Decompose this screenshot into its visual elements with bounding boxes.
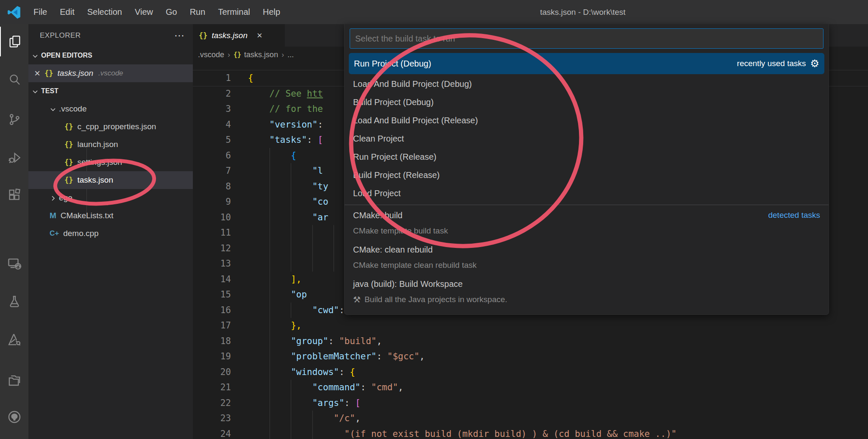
testing-icon[interactable]	[0, 287, 28, 317]
project-manager-icon[interactable]	[0, 365, 28, 395]
explorer-title: EXPLORER	[40, 31, 81, 40]
quickpick-group-detected-tasks[interactable]: detected tasks	[768, 211, 820, 220]
quickpick-group-recently-used: recently used tasks	[737, 59, 806, 68]
menu-bar: File Edit Selection View Go Run Terminal…	[27, 0, 287, 24]
search-icon[interactable]	[0, 65, 28, 94]
open-editor-tasks-json[interactable]: × {} tasks.json .vscode	[28, 64, 193, 82]
json-file-icon: {}	[64, 140, 73, 149]
quickpick-item-build-debug[interactable]: Build Project (Debug)	[345, 93, 829, 111]
tree-item-cmakelists[interactable]: M CMakeLists.txt	[28, 207, 193, 225]
quickpick-input-wrap	[345, 24, 829, 52]
explorer-more-actions-icon[interactable]: ⋯	[174, 30, 185, 42]
cmake-file-icon: M	[50, 211, 56, 220]
activity-bar	[0, 24, 28, 439]
quickpick-item-cmake-build[interactable]: CMake: build detected tasks	[345, 207, 829, 224]
menu-run[interactable]: Run	[184, 0, 212, 24]
tree-item-demo-cpp[interactable]: C+ demo.cpp	[28, 225, 193, 242]
window-title: tasks.json - D:\work\test	[540, 0, 626, 24]
tree-item-tasks-json[interactable]: {} tasks.json	[28, 171, 193, 189]
code-line[interactable]: 18 "group": "build",	[193, 333, 868, 349]
github-icon[interactable]	[0, 402, 28, 432]
code-line[interactable]: 22 "args": [	[193, 395, 868, 411]
tree-item-launch-json[interactable]: {} launch.json	[28, 136, 193, 153]
extensions-icon[interactable]	[0, 180, 28, 210]
menu-view[interactable]: View	[128, 0, 159, 24]
quickpick-item-run-project-debug[interactable]: Run Project (Debug) recently used tasks …	[349, 53, 824, 74]
quickpick-input[interactable]	[350, 28, 823, 49]
code-line[interactable]: 23 "/c",	[193, 411, 868, 426]
quickpick-item-load-and-build-release[interactable]: Load And Build Project (Release)	[345, 111, 829, 130]
explorer-sidebar: EXPLORER ⋯ OPEN EDITORS × {} tasks.json …	[28, 24, 193, 439]
quickpick-item-load-project[interactable]: Load Project	[345, 184, 829, 203]
tree-item-c-cpp-properties[interactable]: {} c_cpp_properties.json	[28, 118, 193, 136]
breadcrumb-separator-icon: ›	[228, 50, 230, 59]
tree-item-label: CMakeLists.txt	[61, 211, 114, 220]
json-file-icon: {}	[199, 31, 207, 40]
title-bar: File Edit Selection View Go Run Terminal…	[0, 0, 868, 24]
quickpick-item-description[interactable]: CMake template clean rebuild task	[345, 258, 829, 272]
code-line[interactable]: 21 "command": "cmd",	[193, 380, 868, 395]
menu-terminal[interactable]: Terminal	[211, 0, 256, 24]
quickpick-item-run-project-release[interactable]: Run Project (Release)	[345, 148, 829, 166]
json-file-icon: {}	[234, 51, 241, 58]
quickpick-item-load-and-build-debug[interactable]: Load And Build Project (Debug)	[345, 75, 829, 93]
tools-icon: ⚒	[353, 295, 361, 305]
workspace-header: TEST	[41, 87, 58, 95]
cpp-file-icon: C+	[50, 229, 59, 238]
quickpick-item-clean-project[interactable]: Clean Project	[345, 130, 829, 148]
tree-item-label: demo.cpp	[63, 229, 98, 238]
json-file-icon: {}	[64, 158, 73, 167]
tree-item-settings-json[interactable]: {} settings.json	[28, 153, 193, 171]
code-line[interactable]: 20 "windows": {	[193, 364, 868, 380]
tree-item-label: launch.json	[77, 140, 118, 149]
open-editors-section[interactable]: OPEN EDITORS	[28, 47, 193, 64]
menu-go[interactable]: Go	[159, 0, 184, 24]
quickpick-separator	[345, 205, 829, 205]
menu-selection[interactable]: Selection	[81, 0, 128, 24]
quickpick-item-label: Run Project (Debug)	[354, 59, 737, 69]
json-file-icon: {}	[64, 176, 73, 184]
breadcrumb-symbol[interactable]: ...	[287, 50, 294, 59]
vscode-window: File Edit Selection View Go Run Terminal…	[0, 0, 868, 439]
explorer-icon[interactable]	[0, 27, 28, 56]
json-file-icon: {}	[45, 69, 53, 78]
quickpick-panel: Run Project (Debug) recently used tasks …	[344, 24, 829, 315]
open-editors-header: OPEN EDITORS	[41, 52, 92, 59]
quickpick-item-cmake-clean-rebuild[interactable]: CMake: clean rebuild	[345, 241, 829, 258]
tree-item-label: ege	[59, 193, 72, 203]
tree-item-label: .vscode	[59, 104, 86, 114]
breadcrumb-separator-icon: ›	[281, 50, 284, 59]
tree-item-label: settings.json	[77, 158, 122, 167]
code-line[interactable]: 19 "problemMatcher": "$gcc",	[193, 349, 868, 364]
code-line[interactable]: 24 "(if not exist build (mkdir build) ) …	[193, 426, 868, 439]
tree-item-ege-folder[interactable]: ege	[28, 189, 193, 207]
tree-item-label: tasks.json	[77, 175, 113, 185]
quickpick-item-java-build-workspace[interactable]: java (build): Build Workspace	[345, 275, 829, 292]
breadcrumb-tasks-json[interactable]: tasks.json	[244, 50, 278, 59]
close-icon[interactable]: ×	[257, 31, 262, 40]
cmake-icon[interactable]	[0, 325, 28, 355]
workspace-section[interactable]: TEST	[28, 82, 193, 100]
quickpick-item-description[interactable]: ⚒ Build all the Java projects in workspa…	[345, 292, 829, 307]
chevron-down-icon	[32, 88, 39, 94]
menu-help[interactable]: Help	[256, 0, 287, 24]
close-icon[interactable]: ×	[34, 68, 40, 78]
vscode-logo-icon	[7, 5, 21, 19]
tree-item-vscode-folder[interactable]: .vscode	[28, 100, 193, 118]
code-line[interactable]: 17 },	[193, 318, 868, 333]
run-and-debug-icon[interactable]	[0, 143, 28, 172]
source-control-icon[interactable]	[0, 105, 28, 134]
remote-explorer-icon[interactable]	[0, 249, 28, 278]
tab-tasks-json[interactable]: {} tasks.json ×	[193, 24, 285, 47]
quickpick-item-description[interactable]: CMake template build task	[345, 224, 829, 238]
menu-file[interactable]: File	[27, 0, 53, 24]
explorer-header: EXPLORER ⋯	[28, 24, 193, 47]
chevron-down-icon	[50, 106, 56, 112]
quickpick-item-build-release[interactable]: Build Project (Release)	[345, 166, 829, 184]
tab-label: tasks.json	[211, 31, 247, 40]
menu-edit[interactable]: Edit	[53, 0, 81, 24]
json-file-icon: {}	[64, 122, 73, 131]
open-editor-file-label: tasks.json	[58, 69, 93, 78]
gear-icon[interactable]: ⚙	[810, 58, 819, 69]
breadcrumb-vscode[interactable]: .vscode	[198, 50, 224, 59]
